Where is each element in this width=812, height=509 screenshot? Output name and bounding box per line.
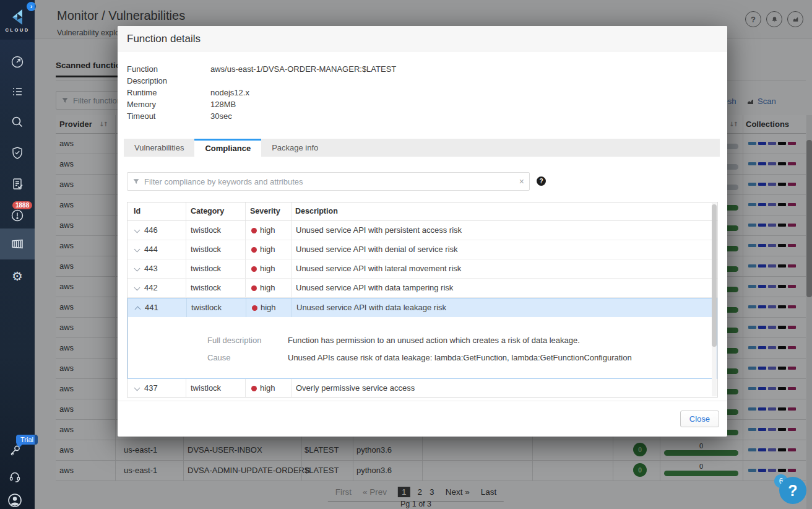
sidebar-item-search[interactable] (0, 107, 35, 137)
sidebar-item-policies[interactable] (0, 77, 35, 107)
scrollbar-thumb[interactable] (712, 204, 717, 347)
severity-label: high (260, 279, 275, 297)
clear-filter-icon[interactable]: × (519, 176, 524, 186)
sidebar-item-profile[interactable] (1, 489, 28, 509)
tab-package-info[interactable]: Package info (261, 139, 329, 157)
compliance-id: 443 (144, 259, 158, 278)
column-divider (186, 240, 186, 259)
sidebar: CLOUD › 1888 ⚙ Tri (0, 0, 35, 509)
compliance-row[interactable]: 443twistlockhighUnused service API with … (127, 259, 717, 279)
compliance-description: Unused service API with persistent acces… (296, 221, 462, 240)
function-detail-row: Runtimenodejs12.x (127, 88, 396, 100)
function-detail-row: Functionaws/us-east-1/DVSA-ORDER-MANAGER… (127, 64, 396, 76)
severity-high-dot (251, 266, 257, 272)
document-check-icon (10, 176, 25, 191)
tab-vulnerabilities[interactable]: Vulnerabilities (124, 139, 194, 157)
column-divider (186, 379, 186, 398)
modal-title: Function details (127, 26, 201, 51)
sidebar-item-compliance[interactable] (0, 169, 35, 199)
detail-value: nodejs12.x (210, 88, 249, 97)
function-detail-row: Memory128MB (127, 100, 396, 111)
detail-label: Runtime (127, 88, 210, 97)
column-divider (245, 259, 246, 278)
sidebar-item-serverless[interactable] (0, 228, 35, 259)
severity-high-dot (252, 305, 257, 311)
column-header: Severity (250, 202, 280, 220)
headset-icon (7, 469, 23, 485)
chevron-down-icon[interactable] (134, 227, 140, 233)
cloud-logo-icon (8, 7, 27, 26)
sidebar-item-support[interactable] (1, 466, 28, 488)
funnel-icon (132, 178, 140, 185)
column-divider (291, 240, 292, 259)
gauge-icon (10, 54, 25, 69)
severity-label: high (260, 221, 275, 240)
severity-high-dot (251, 247, 257, 253)
sidebar-item-dashboard[interactable] (0, 47, 35, 77)
detail-value: 128MB (210, 100, 236, 109)
compliance-table: IdCategorySeverityDescription 446twistlo… (127, 202, 718, 398)
chevron-down-icon[interactable] (134, 285, 140, 291)
column-divider (291, 379, 292, 398)
compliance-description: Overly permissive service access (296, 379, 415, 398)
column-header: Id (134, 202, 140, 220)
detail-label: Memory (127, 100, 210, 109)
detail-label: Description (127, 76, 210, 85)
column-divider (245, 379, 246, 398)
compliance-description: Unused service API with data tampering r… (296, 279, 453, 297)
column-divider (291, 279, 292, 297)
function-detail-row: Description (127, 76, 396, 88)
filter-help-icon[interactable]: ? (537, 176, 546, 186)
compliance-row[interactable]: 437twistlockhighOverly permissive servic… (127, 379, 717, 398)
column-divider (291, 259, 292, 278)
compliance-description: Unused service API with denial of servic… (296, 240, 458, 259)
compliance-row[interactable]: 446twistlockhighUnused service API with … (127, 221, 717, 240)
chevron-down-icon[interactable] (134, 246, 140, 253)
compliance-table-header: IdCategorySeverityDescription (127, 202, 717, 221)
chevron-down-icon[interactable] (134, 266, 140, 272)
compliance-category: twistlock (191, 259, 221, 278)
column-divider (292, 298, 292, 317)
modal-footer-divider (118, 401, 727, 401)
column-divider (246, 298, 246, 317)
compliance-row[interactable]: 444twistlockhighUnused service API with … (127, 240, 717, 259)
sidebar-item-defend[interactable] (0, 138, 35, 168)
severity-high-dot (251, 386, 257, 391)
detail-label: Function (127, 64, 210, 74)
compliance-row[interactable]: 441twistlockhighUnused service API with … (128, 298, 717, 317)
tab-compliance[interactable]: Compliance (194, 139, 261, 157)
sidebar-item-settings[interactable]: ⚙ (0, 261, 35, 291)
container-icon (9, 237, 25, 251)
compliance-row[interactable]: 442twistlockhighUnused service API with … (127, 279, 717, 298)
detail-value: aws/us-east-1/DVSA-ORDER-MANAGER:$LATEST (210, 64, 396, 74)
gear-icon: ⚙ (12, 269, 23, 284)
alert-circle-icon (10, 208, 25, 223)
column-divider (186, 259, 186, 278)
function-details: Functionaws/us-east-1/DVSA-ORDER-MANAGER… (127, 64, 396, 123)
compliance-description: Unused service API with data leakage ris… (296, 298, 446, 317)
detail-value: 30sec (210, 111, 232, 121)
compliance-filter-input[interactable]: Filter compliance by keywords and attrib… (127, 172, 530, 191)
alerts-count-badge: 1888 (12, 201, 32, 209)
compliance-id: 437 (144, 379, 158, 398)
expanded-detail-value: Function has permission to an unused act… (288, 336, 580, 345)
close-button[interactable]: Close (680, 411, 719, 427)
chevron-down-icon[interactable] (134, 385, 140, 391)
help-fab-button[interactable]: ? (779, 477, 806, 504)
severity-label: high (260, 240, 275, 259)
column-header: Category (191, 202, 224, 220)
column-divider (186, 202, 186, 220)
chevron-up-icon[interactable] (135, 307, 141, 313)
modal-tabs: VulnerabilitiesCompliancePackage info (124, 139, 720, 157)
column-divider (245, 202, 246, 220)
compliance-category: twistlock (191, 279, 221, 297)
compliance-id: 442 (144, 279, 158, 297)
severity-high-dot (251, 228, 257, 233)
table-scrollbar[interactable] (712, 203, 717, 396)
column-divider (245, 240, 246, 259)
column-divider (291, 221, 292, 240)
compliance-category: twistlock (191, 379, 221, 398)
compliance-category: twistlock (191, 298, 222, 317)
compliance-category: twistlock (191, 221, 221, 240)
compliance-id: 441 (145, 298, 158, 317)
